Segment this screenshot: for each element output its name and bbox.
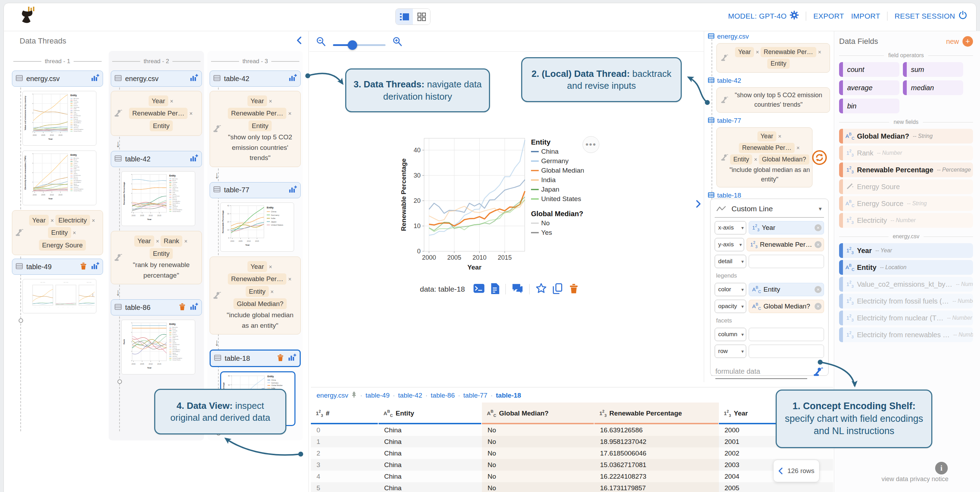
gear-icon[interactable] (790, 11, 799, 21)
zoom-out-icon[interactable] (315, 36, 327, 49)
data-card-table-42[interactable]: table-42 (111, 151, 202, 167)
field-chip[interactable]: Entity (48, 227, 71, 238)
info-icon[interactable]: i (935, 462, 948, 474)
field-row-energy-soure[interactable]: Energy Soure (839, 179, 973, 194)
remove-chip-icon[interactable]: × (796, 145, 800, 151)
add-field-button[interactable]: + (963, 36, 973, 47)
export-button[interactable]: EXPORT (813, 12, 844, 20)
channel-select-color[interactable]: color▾ (715, 283, 746, 296)
expand-shelf-chevron-icon[interactable] (694, 199, 702, 210)
local-thread-table-energy.csv[interactable]: energy.csv (708, 33, 834, 40)
star-icon[interactable] (536, 283, 547, 296)
field-chip[interactable]: Year (134, 235, 154, 246)
chart-thumbnail[interactable]: 2000200520102015YearValue co2 emissions … (22, 91, 96, 145)
slider-thumb[interactable] (348, 40, 357, 50)
field-chip[interactable]: Global Median? (759, 154, 809, 165)
local-thread-table-table-77[interactable]: table-77 (708, 117, 834, 125)
zoom-in-icon[interactable] (392, 36, 403, 49)
field-chip[interactable]: Year (247, 261, 267, 272)
field-chip[interactable]: Year (247, 96, 267, 106)
encoding-field-detail[interactable] (749, 255, 824, 268)
chart-more-button[interactable]: ••• (582, 136, 599, 153)
chart-thumbnail[interactable]: 2000200520102015YearRankEntityAustraliaB… (121, 320, 195, 374)
delete-table-icon[interactable] (277, 354, 284, 363)
field-row-rank[interactable]: 123Rank-- Number (839, 145, 973, 160)
remove-field-icon[interactable]: × (815, 303, 822, 310)
operator-chip-bin[interactable]: bin (839, 99, 899, 113)
table-tab-table-86[interactable]: table-86 (431, 391, 455, 399)
formulate-data-input[interactable]: formulate data (715, 367, 807, 379)
remove-chip-icon[interactable]: × (754, 157, 757, 163)
privacy-notice-link[interactable]: view data privacy notice (866, 476, 948, 483)
field-row-global-median-[interactable]: ABCGlobal Median?-- String (839, 129, 973, 144)
remove-chip-icon[interactable]: × (170, 98, 173, 104)
trash-icon[interactable] (568, 283, 579, 295)
remove-chip-icon[interactable]: × (51, 217, 54, 224)
channel-select-column[interactable]: column▾ (715, 328, 746, 341)
remove-chip-icon[interactable]: × (288, 276, 291, 282)
data-card-table-18[interactable]: table-18 (210, 350, 301, 367)
field-chip[interactable]: Year (735, 47, 754, 57)
remove-chip-icon[interactable]: × (270, 289, 274, 295)
channel-select-row[interactable]: row▾ (715, 345, 746, 358)
field-chip[interactable]: Entity (246, 286, 269, 297)
remove-field-icon[interactable]: × (815, 241, 822, 248)
reset-session-button[interactable]: RESET SESSION (894, 11, 967, 21)
local-thread-table-table-18[interactable]: table-18 (708, 192, 834, 199)
local-thread-table-table-42[interactable]: table-42 (708, 77, 834, 85)
data-card-table-42[interactable]: table-42 (210, 70, 301, 87)
create-chart-icon[interactable] (189, 74, 198, 83)
field-row-electricity-from-fossil-fuels-[interactable]: 123Electricity from fossil fuels (…-- Nu… (839, 294, 973, 308)
chat-icon[interactable] (512, 283, 523, 295)
create-chart-icon[interactable] (91, 74, 99, 83)
column-header-global-median-[interactable]: ABCGlobal Median? (482, 403, 595, 424)
chart-thumbnail[interactable]: 2000200520102015YearElectricity from ren… (22, 150, 96, 205)
column-header-entity[interactable]: ABCEntity (379, 403, 482, 424)
field-chip[interactable]: Renewable Per… (228, 273, 286, 284)
encoding-field-x-axis[interactable]: 123Year× (749, 221, 824, 235)
operator-chip-count[interactable]: count (839, 62, 899, 77)
model-button[interactable]: MODEL: GPT-4O (728, 11, 799, 21)
remove-chip-icon[interactable]: × (92, 217, 95, 224)
field-chip[interactable]: Electricity (56, 215, 90, 226)
field-chip[interactable]: Year (149, 96, 168, 106)
remove-chip-icon[interactable]: × (288, 110, 291, 117)
grid-view-toggle[interactable] (413, 9, 430, 25)
table-tab-table-77[interactable]: table-77 (463, 391, 488, 399)
field-chip[interactable]: Entity (767, 59, 789, 69)
formulate-robot-icon[interactable] (812, 366, 823, 379)
import-button[interactable]: IMPORT (851, 12, 880, 20)
data-card-energy.csv[interactable]: energy.csv (111, 70, 202, 87)
chart-type-selector[interactable]: Custom Line ▼ (715, 204, 824, 217)
remove-chip-icon[interactable]: × (818, 49, 821, 55)
channel-select-y-axis[interactable]: y-axis▾ (715, 238, 744, 251)
field-row-energy-source[interactable]: ABCEnergy Source-- String (839, 196, 973, 211)
field-row-year[interactable]: 123Year-- Year (839, 243, 973, 258)
data-card-table-86[interactable]: table-86 (111, 299, 202, 315)
chart-size-slider[interactable] (333, 40, 385, 50)
copy-icon[interactable] (553, 283, 563, 296)
field-chip[interactable]: Entity (150, 120, 173, 131)
create-chart-icon[interactable] (288, 353, 296, 363)
data-card-table-77[interactable]: table-77 (210, 182, 301, 198)
field-chip[interactable]: Rank (161, 235, 182, 246)
field-row-electricity-from-renewables-[interactable]: 123Electricity from renewables …-- Numbe… (839, 327, 973, 342)
table-tab-table-42[interactable]: table-42 (398, 391, 422, 399)
chart-thumbnail[interactable]: — —‘‘‘‘‘‘‘‘— —‘‘‘‘‘‘‘‘— —‘‘‘‘‘‘‘‘≡≡≡ (22, 279, 96, 313)
channel-select-opacity[interactable]: opacity▾ (715, 300, 746, 313)
field-row-entity[interactable]: ABCEntity-- Location (839, 260, 973, 275)
document-icon[interactable] (490, 283, 499, 296)
field-chip[interactable]: Year (29, 215, 49, 226)
create-chart-icon[interactable] (189, 302, 198, 312)
chart-thumbnail[interactable]: 0102030402000200520102015YearRenewable P… (220, 203, 294, 252)
remove-chip-icon[interactable]: × (269, 98, 272, 104)
remove-chip-icon[interactable]: × (184, 238, 187, 244)
operator-chip-sum[interactable]: sum (903, 62, 963, 77)
field-chip[interactable]: Renewable Per… (228, 108, 286, 118)
create-chart-icon[interactable] (288, 185, 297, 195)
operator-chip-average[interactable]: average (839, 80, 899, 95)
field-row-electricity-from-nuclear-t-[interactable]: 123Electricity from nuclear (T…-- Number (839, 311, 973, 325)
encoding-field-color[interactable]: ABCEntity× (749, 283, 824, 296)
field-chip[interactable]: Renewable Per… (129, 108, 188, 118)
field-chip[interactable]: Year (757, 131, 776, 141)
